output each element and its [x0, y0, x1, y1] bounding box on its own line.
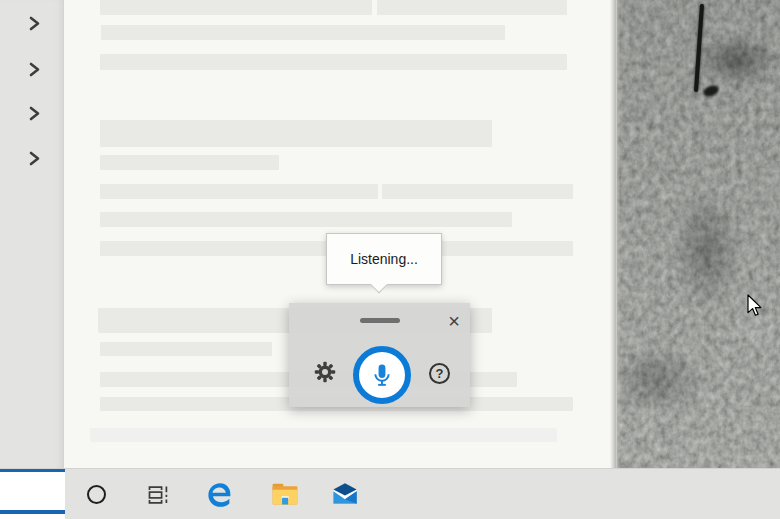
placeholder-bar: [100, 155, 279, 170]
mail-icon: [331, 481, 359, 509]
edge-icon: [205, 480, 235, 510]
microphone-button[interactable]: [353, 346, 411, 404]
chevron-right-icon[interactable]: [27, 151, 42, 166]
cortana-button[interactable]: [74, 469, 118, 519]
placeholder-bar: [100, 184, 378, 199]
help-icon: ?: [436, 366, 444, 381]
placeholder-bar: [100, 342, 272, 356]
placeholder-bar: [100, 212, 512, 227]
placeholder-bar: [90, 428, 557, 442]
cortana-icon: [87, 485, 106, 504]
close-icon: ×: [448, 311, 460, 331]
chevron-right-icon[interactable]: [27, 106, 42, 121]
desktop-wallpaper: [617, 0, 780, 469]
chevron-right-icon[interactable]: [27, 16, 42, 31]
gear-icon: [313, 360, 337, 384]
search-box-border: [0, 469, 65, 472]
settings-button[interactable]: [313, 360, 337, 384]
placeholder-bar: [100, 0, 372, 15]
listening-tooltip-text: Listening...: [350, 251, 418, 267]
screen: Listening... ×: [0, 0, 780, 519]
chevron-right-icon[interactable]: [27, 62, 42, 77]
task-view-icon: [146, 483, 170, 507]
sidebar: [0, 0, 64, 468]
listening-tooltip: Listening...: [326, 233, 442, 285]
mail-button[interactable]: [323, 469, 367, 519]
help-button[interactable]: ?: [429, 363, 450, 384]
edge-button[interactable]: [198, 469, 242, 519]
file-explorer-button[interactable]: [263, 469, 307, 519]
placeholder-bar: [377, 0, 567, 15]
close-button[interactable]: ×: [442, 309, 466, 333]
placeholder-bar: [382, 184, 573, 199]
placeholder-bar: [101, 25, 505, 40]
taskbar-search-box[interactable]: [0, 469, 65, 519]
placeholder-bar: [100, 54, 567, 70]
search-box-border: [0, 510, 65, 514]
placeholder-bar: [100, 120, 492, 147]
dictation-panel: ×: [289, 303, 470, 407]
taskbar: [0, 468, 780, 519]
drag-handle[interactable]: [360, 318, 400, 323]
task-view-button[interactable]: [136, 469, 180, 519]
microphone-icon: [367, 360, 397, 390]
file-explorer-icon: [271, 482, 299, 507]
wallpaper-left-edge: [610, 0, 620, 469]
